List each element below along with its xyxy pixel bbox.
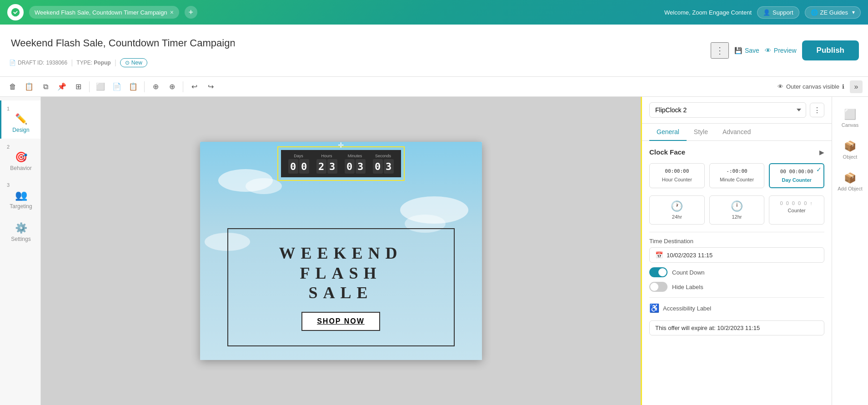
guides-button[interactable]: 🌐 ZE Guides ▾ — [805, 6, 861, 19]
second-digit-2: 3 — [384, 159, 394, 174]
copy-style-button[interactable]: 📄 — [110, 80, 124, 94]
sidebar-item-targeting[interactable]: 3 👥 Targeting — [0, 177, 40, 215]
tab-advanced[interactable]: Advanced — [715, 124, 758, 141]
sidebar-item-settings[interactable]: ⚙️ Settings — [0, 215, 40, 248]
clock-face-arrow-icon[interactable]: ▶ — [819, 149, 824, 156]
object-panel-label: Object — [843, 154, 858, 160]
hour-counter-display: 00:00:00 — [653, 168, 701, 174]
dropdown-arrow-icon: ▾ — [852, 9, 855, 15]
header-meta: 📄 DRAFT ID: 1938066 | TYPE: Popup | ⊙ Ne… — [9, 34, 236, 67]
minutes-label: Minutes — [348, 154, 362, 158]
align-v-button[interactable]: ⊕ — [165, 80, 179, 94]
hour-digit-2: 3 — [327, 159, 337, 174]
12hr-option[interactable]: 🕛 12hr — [709, 195, 765, 225]
redo-button[interactable]: ↪ — [203, 80, 218, 94]
count-down-toggle-row: Count Down — [649, 267, 824, 277]
countdown-inner: Days 0 0 Hours 2 3 — [281, 150, 401, 177]
paste-style-button[interactable]: 📋 — [126, 80, 140, 94]
shop-now-button[interactable]: SHOP NOW — [301, 312, 380, 331]
24hr-label: 24hr — [653, 214, 701, 220]
type-label: TYPE: Popup — [76, 60, 110, 66]
popup-preview: ✛ Days 0 0 Hours — [200, 142, 482, 360]
campaign-title-input[interactable] — [9, 34, 236, 53]
main-area: 1 ✏️ Design 2 🎯 Behavior 3 👥 Targeting ⚙… — [0, 97, 868, 405]
copy-button[interactable]: 📋 — [22, 80, 36, 94]
canvas-panel-button[interactable]: ⬜ Canvas — [832, 102, 868, 134]
panel-more-button[interactable]: ⋮ — [810, 103, 824, 117]
delete-button[interactable]: 🗑 — [5, 80, 20, 94]
targeting-label: Targeting — [10, 203, 32, 210]
toolbar-divider-2 — [144, 81, 145, 92]
hour-counter-label: Hour Counter — [653, 177, 701, 182]
minute-counter-option[interactable]: -:00:00 Minute Counter — [709, 163, 765, 188]
tab-style[interactable]: Style — [687, 124, 715, 141]
add-object-button[interactable]: 📦 Add Object — [834, 166, 866, 198]
counter-option[interactable]: 0 0 0 0 0 ↑ Counter — [769, 195, 824, 225]
move-handle-icon[interactable]: ✛ — [338, 142, 344, 150]
far-right-panel: ⬜ Canvas 📦 Object 📦 Add Object — [832, 97, 868, 405]
object-icon: 📦 — [844, 140, 856, 152]
save-button[interactable]: 💾 Save — [734, 47, 759, 54]
new-badge[interactable]: ⊙ New — [120, 58, 147, 67]
component-select[interactable]: FlipClock 2 — [649, 102, 806, 118]
accessibility-label: Accessibility Label — [663, 305, 711, 312]
days-digits: 0 0 — [288, 159, 309, 174]
collapse-panel-button[interactable]: » — [850, 80, 863, 93]
badge-icon: ⊙ — [125, 60, 130, 66]
object-panel-button[interactable]: 📦 Object — [832, 134, 868, 166]
day-counter-option[interactable]: ✓ 00 00:00:00 Day Counter — [769, 163, 824, 188]
24hr-icon: 🕐 — [653, 200, 701, 212]
preview-button[interactable]: 👁 Preview — [765, 47, 797, 54]
time-destination-label: Time Destination — [649, 238, 824, 245]
globe-icon: 🌐 — [811, 9, 818, 16]
preview-icon: 👁 — [765, 47, 771, 54]
canvas-icon: ⬜ — [844, 109, 856, 120]
outer-canvas-label: 👁 Outer canvas visible ℹ — [778, 83, 844, 90]
draft-label: 📄 DRAFT ID: 1938066 — [9, 60, 67, 66]
behavior-icon: 🎯 — [15, 151, 27, 163]
more-options-button[interactable]: ⋮ — [711, 42, 729, 59]
info-icon: ℹ — [842, 83, 844, 90]
active-tab[interactable]: Weekend Flash Sale, Countdown Timer Camp… — [29, 6, 179, 19]
step-number-1: 1 — [7, 106, 10, 111]
clock-face-title: Clock Face — [649, 148, 685, 156]
arrange-button[interactable]: ⊞ — [71, 80, 85, 94]
draft-icon: 📄 — [9, 60, 16, 66]
minute-digit-2: 3 — [356, 159, 366, 174]
selected-check-icon: ✓ — [816, 166, 822, 173]
duplicate-button[interactable]: ⧉ — [38, 80, 53, 94]
canvas-panel-label: Canvas — [842, 122, 858, 128]
toolbar-divider-1 — [89, 81, 90, 92]
canvas-area[interactable]: ✛ Days 0 0 Hours — [41, 97, 641, 405]
sidebar-item-behavior[interactable]: 2 🎯 Behavior — [0, 139, 40, 177]
count-down-toggle[interactable] — [649, 267, 667, 277]
hide-labels-toggle-row: Hide Labels — [649, 282, 824, 292]
time-destination-input[interactable]: 📅 10/02/2023 11:15 — [649, 247, 824, 263]
counter-display: 0 0 0 0 0 ↑ — [773, 200, 820, 206]
hide-labels-toggle[interactable] — [649, 282, 667, 292]
paste-button[interactable]: 📌 — [55, 80, 69, 94]
sale-title: WEEKEND FLASH SALE — [239, 244, 443, 303]
sidebar-item-design[interactable]: 1 ✏️ Design — [0, 100, 40, 139]
countdown-timer-widget[interactable]: ✛ Days 0 0 Hours — [277, 146, 405, 181]
divider-1 — [649, 232, 824, 232]
accessibility-input[interactable] — [649, 320, 824, 335]
align-h-button[interactable]: ⊕ — [148, 80, 163, 94]
24hr-option[interactable]: 🕐 24hr — [649, 195, 705, 225]
publish-button[interactable]: Publish — [802, 40, 859, 60]
tab-close-icon[interactable]: × — [170, 9, 174, 16]
sale-content-block: WEEKEND FLASH SALE SHOP NOW — [227, 228, 455, 346]
hour-counter-option[interactable]: 00:00:00 Hour Counter — [649, 163, 705, 188]
sale-line-1: WEEKEND — [239, 244, 443, 263]
panel-header: FlipClock 2 ⋮ — [642, 97, 832, 124]
layer-button[interactable]: ⬜ — [93, 80, 108, 94]
clock-face-options-row1: 00:00:00 Hour Counter -:00:00 Minute Cou… — [649, 163, 824, 188]
add-tab-button[interactable]: + — [185, 6, 197, 19]
support-icon: 👤 — [763, 9, 770, 16]
add-object-label: Add Object — [838, 186, 862, 191]
tab-general[interactable]: General — [649, 124, 687, 141]
support-button[interactable]: 👤 Support — [757, 6, 799, 19]
undo-button[interactable]: ↩ — [187, 80, 201, 94]
popup-background: ✛ Days 0 0 Hours — [200, 142, 482, 360]
top-navigation: Weekend Flash Sale, Countdown Timer Camp… — [0, 0, 868, 25]
